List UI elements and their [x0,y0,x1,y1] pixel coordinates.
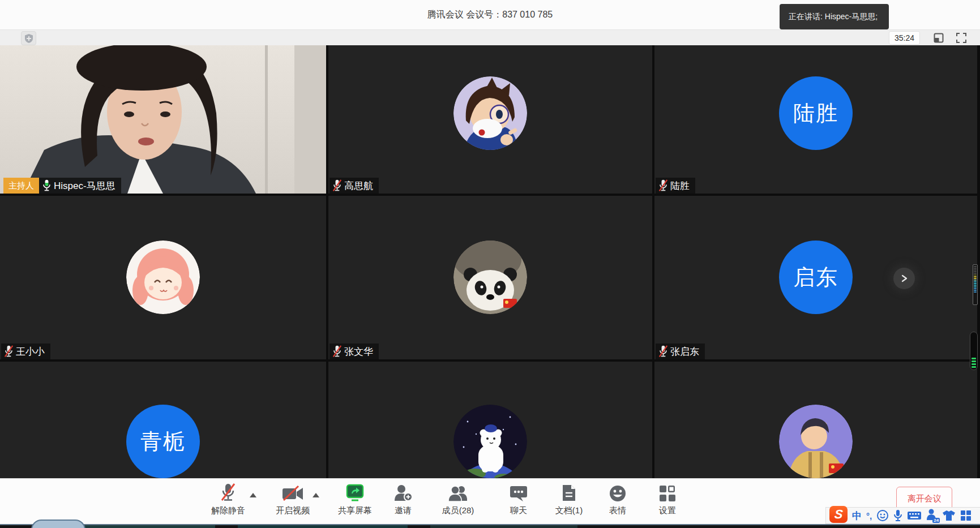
taskbar-window-segment [238,525,408,528]
video-tile[interactable]: 启东 张启东 [654,196,977,359]
mic-volume-meter [970,332,978,370]
members-button[interactable]: 成员(28) [427,483,489,516]
ime-skin-icon[interactable] [942,510,956,521]
mic-active-icon [42,179,52,192]
invite-button[interactable]: 邀请 [372,483,434,516]
video-tile[interactable]: 张文华 [328,196,652,359]
mic-muted-icon [220,483,237,502]
host-badge: 主持人 [3,178,39,194]
picture-in-picture-icon [934,33,944,43]
fullscreen-button[interactable] [955,32,968,44]
ime-tray: S 中 °, 24 [825,507,980,524]
windows-taskbar-edge [0,524,980,528]
participant-name: 王小小 [16,345,45,358]
ime-toolbox-icon[interactable] [960,510,972,521]
participant-namebar: 王小小 [1,344,50,359]
next-page-button[interactable] [893,268,915,289]
start-video-button[interactable]: 开启视频 [262,483,324,516]
avatar-illustration-person [779,405,853,478]
chevron-right-icon [900,274,908,282]
participant-name: Hispec-马思思 [54,179,115,192]
meeting-timer: 35:24 [889,31,920,45]
ime-voice-icon[interactable] [893,509,902,522]
participant-name: 陆胜 [670,179,690,192]
invite-person-icon [393,484,413,502]
participant-namebar: 主持人 Hispec-马思思 [3,178,121,194]
meeting-security-button[interactable] [21,31,36,45]
video-tile[interactable]: 王小小 [0,196,326,359]
sogou-logo[interactable]: S [829,506,848,523]
video-tile-host[interactable]: 主持人 Hispec-马思思 [0,45,326,194]
ime-person-icon[interactable]: 24 [926,508,938,523]
camera-muted-icon [281,485,304,502]
settings-button[interactable]: 设置 [636,483,699,516]
avatar-illustration-conan [453,76,527,150]
layout-grid-icon [659,485,676,502]
taskbar-window-segment [430,525,577,528]
video-grid: 主持人 Hispec-马思思 [0,45,980,524]
chat-bubble-icon [510,485,528,502]
ime-punctuation-toggle[interactable]: °, [866,511,872,521]
taskbar-window-segment [79,525,215,528]
sub-toolbar: 35:24 [0,30,980,46]
participant-name: 张启东 [670,345,699,358]
avatar-illustration-panda [453,241,527,314]
participant-namebar: 高思航 [329,178,379,194]
participant-name: 高思航 [344,179,373,192]
participant-name: 张文华 [344,345,373,358]
avatar [779,405,853,478]
ime-keyboard-icon[interactable] [907,510,922,521]
members-icon [448,485,468,502]
active-speaker-text: 正在讲话: Hispec-马思思; [789,12,878,22]
mic-muted-icon [658,345,668,358]
avatar [453,76,527,150]
taskbar-peek-icon [31,520,85,528]
smiley-icon [609,485,626,502]
share-screen-icon [345,484,365,502]
document-icon [562,484,576,502]
camera-options-button[interactable] [313,493,319,497]
video-tile[interactable]: 高思航 [328,45,652,194]
participant-namebar: 张文华 [329,344,379,359]
avatar-illustration-umaru [126,241,200,314]
participant-namebar: 陆胜 [656,178,695,194]
minimize-panel-button[interactable] [932,32,945,44]
audio-level-meter [973,264,978,305]
meeting-title: 腾讯会议 会议号：837 010 785 [427,9,553,21]
video-tile[interactable]: 陆胜 陆胜 [654,45,977,194]
mic-muted-icon [332,179,342,192]
avatar-initials: 启东 [779,241,853,314]
avatar [453,405,527,478]
active-speaker-toast: 正在讲话: Hispec-马思思; [780,4,889,29]
ime-emoji-icon[interactable] [876,509,889,522]
shield-plus-icon [25,34,33,43]
mic-muted-icon [658,179,668,192]
mic-options-button[interactable] [250,493,256,497]
fullscreen-icon [956,33,966,43]
ime-person-badge: 24 [932,518,940,523]
host-video-frame [0,45,326,194]
mic-muted-icon [332,345,342,358]
avatar-initials: 陆胜 [779,76,853,150]
avatar [126,241,200,314]
ime-language-toggle[interactable]: 中 [852,509,862,522]
avatar-initials: 青栀 [126,405,200,478]
mic-muted-icon [4,345,14,358]
unmute-button[interactable]: 解除静音 [197,483,259,516]
meeting-window: 腾讯会议 会议号：837 010 785 35:24 正在讲话: Hispec-… [0,0,980,528]
avatar-illustration-bear [453,405,527,478]
avatar [453,241,527,314]
participant-namebar: 张启东 [656,344,705,359]
